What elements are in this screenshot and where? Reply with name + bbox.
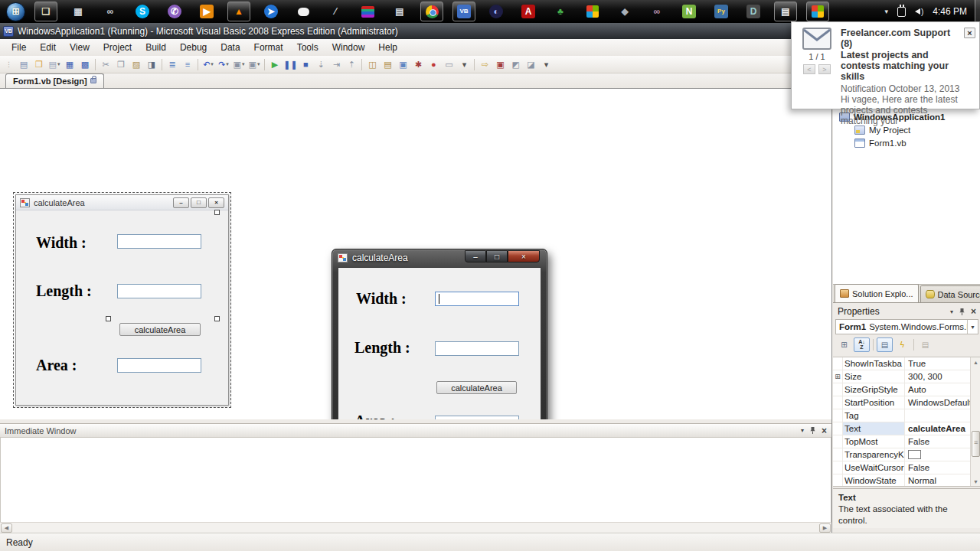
immediate-window-icon[interactable]: ▭ xyxy=(441,57,456,72)
minimize-button[interactable]: – xyxy=(173,197,189,208)
calculatearea-button[interactable]: calculateArea xyxy=(436,381,517,394)
area-textbox[interactable] xyxy=(117,358,201,373)
cube-icon[interactable]: ◆ xyxy=(613,2,636,21)
tools-icon[interactable]: ✱ xyxy=(410,57,426,72)
python-icon[interactable]: Py xyxy=(710,2,733,21)
tab-form1-design[interactable]: Form1.vb [Design] xyxy=(5,73,104,88)
toolbox-icon[interactable]: ▣ xyxy=(395,57,410,72)
start-button[interactable]: ⊞ xyxy=(6,2,25,21)
volume-icon[interactable]: ) xyxy=(915,8,923,16)
save-all-icon[interactable]: ▩ xyxy=(77,57,93,72)
hidden-icons-chevron-icon[interactable]: ▾ xyxy=(884,8,888,15)
length-textbox[interactable] xyxy=(435,341,519,356)
property-value[interactable]: 300, 300 xyxy=(905,370,970,383)
start-debugging-icon[interactable]: ▶ xyxy=(267,57,283,72)
alphabetical-sort-icon[interactable]: A↓Z xyxy=(854,337,870,352)
vertical-scrollbar[interactable]: ▲ ▼ xyxy=(970,357,980,486)
copy-icon[interactable]: ❐ xyxy=(113,57,129,72)
resize-handle-right[interactable] xyxy=(214,210,220,215)
step-over-icon[interactable]: ⇥ xyxy=(328,57,344,72)
menu-project[interactable]: Project xyxy=(96,40,139,55)
chat-bubble-icon[interactable] xyxy=(292,2,315,21)
magic-wand-icon[interactable]: ⁄ xyxy=(324,2,347,21)
notepad-window-icon[interactable]: ▤ xyxy=(774,2,797,21)
tab-solution-explorer[interactable]: Solution Explo... xyxy=(835,284,919,302)
immediate-window-content[interactable] xyxy=(0,438,831,522)
property-value[interactable]: False xyxy=(905,461,970,474)
scroll-up-icon[interactable]: ▲ xyxy=(971,357,980,367)
calculatearea-button[interactable]: calculateArea xyxy=(119,323,201,336)
tab-data-sources[interactable]: Data Sources xyxy=(920,285,980,302)
redo-icon[interactable]: ↷▾ xyxy=(216,57,231,72)
step-out-icon[interactable]: ⇡ xyxy=(344,57,359,72)
notification-title[interactable]: Freelancer.com Support (8) xyxy=(841,28,964,50)
clock[interactable]: 4:46 PM xyxy=(933,6,967,17)
notification-body[interactable]: Notification October 13, 2013 Hi vagee, … xyxy=(841,84,964,127)
open-file-icon[interactable]: ❒ xyxy=(31,57,47,72)
menu-build[interactable]: Build xyxy=(139,40,173,55)
maximize-button[interactable]: □ xyxy=(191,197,207,208)
menu-tools[interactable]: Tools xyxy=(290,40,325,55)
properties-titlebar[interactable]: Properties ▾ × xyxy=(833,305,980,318)
property-row-text[interactable]: TextcalculateArea xyxy=(833,422,970,435)
close-icon[interactable]: × xyxy=(964,28,975,38)
categorized-icon[interactable]: ⊞ xyxy=(836,337,852,352)
notification-subtitle[interactable]: Latest projects and contests matching yo… xyxy=(841,50,964,83)
ms-colors-icon[interactable] xyxy=(581,2,604,21)
scroll-right-icon[interactable]: ▶ xyxy=(819,523,831,533)
navigate-backward-icon[interactable]: ▣▾ xyxy=(231,57,247,72)
breakpoints-window-icon[interactable]: ▣ xyxy=(492,57,508,72)
close-icon[interactable]: × xyxy=(971,306,976,317)
watch-window-icon[interactable]: ◪ xyxy=(523,57,538,72)
vlc-icon[interactable]: ▲ xyxy=(227,2,250,21)
immediate-window-titlebar[interactable]: Immediate Window ▾ × xyxy=(0,423,831,438)
property-row-tag[interactable]: Tag xyxy=(833,409,970,422)
close-button[interactable]: × xyxy=(208,197,224,208)
skype-icon[interactable]: S xyxy=(131,2,154,21)
property-value[interactable]: WindowsDefault xyxy=(905,396,970,409)
window-position-icon[interactable]: ▾ xyxy=(950,308,953,315)
show-desktop-button[interactable] xyxy=(975,0,980,23)
maximize-button[interactable]: □ xyxy=(486,250,508,262)
power-plug-icon[interactable] xyxy=(897,7,906,17)
next-notification-icon[interactable]: > xyxy=(818,64,831,74)
undo-icon[interactable]: ↶▾ xyxy=(201,57,216,72)
width-textbox[interactable] xyxy=(435,292,519,306)
cut-icon[interactable]: ✂ xyxy=(98,57,113,72)
object-selector[interactable]: Form1 System.Windows.Forms.Fo ▼ xyxy=(835,319,978,334)
property-row-usewaitcursor[interactable]: UseWaitCursorFalse xyxy=(833,461,970,474)
paste-icon[interactable]: ▨ xyxy=(129,57,144,72)
vb-window-icon[interactable]: VB xyxy=(452,2,475,21)
error-list-icon[interactable]: ● xyxy=(426,57,441,72)
chrome-icon[interactable] xyxy=(420,2,443,21)
media-player-icon[interactable]: ▶ xyxy=(195,2,218,21)
property-value[interactable]: True xyxy=(905,357,970,370)
events-lightning-icon[interactable]: ϟ xyxy=(894,337,910,352)
property-value[interactable]: Auto xyxy=(905,383,970,396)
scroll-left-icon[interactable]: ◀ xyxy=(1,523,12,533)
property-row-startposition[interactable]: StartPositionWindowsDefault xyxy=(833,396,970,409)
solution-explorer-icon[interactable]: ◫ xyxy=(364,57,380,72)
pin-icon[interactable] xyxy=(959,308,965,316)
property-row-topmost[interactable]: TopMostFalse xyxy=(833,435,970,448)
toolbar-grip[interactable]: ⋮ xyxy=(5,60,13,68)
minimize-button[interactable]: – xyxy=(465,250,486,262)
find-icon[interactable]: ◨ xyxy=(144,57,159,72)
uncomment-icon[interactable]: ≡ xyxy=(180,57,195,72)
break-all-icon[interactable]: ❚❚ xyxy=(283,57,298,72)
adobe-reader-icon[interactable]: A xyxy=(517,2,540,21)
viber-icon[interactable]: ✆ xyxy=(163,2,186,21)
property-row-windowstate[interactable]: WindowStateNormal xyxy=(833,474,970,486)
visual-studio-icon[interactable]: ∞ xyxy=(645,2,668,21)
output-window-icon[interactable]: ◩ xyxy=(508,57,523,72)
properties-view-icon[interactable]: ▤ xyxy=(877,337,893,352)
menu-format[interactable]: Format xyxy=(247,40,290,55)
property-row-size[interactable]: ⊞Size300, 300 xyxy=(833,370,970,383)
toolbar2-overflow-icon[interactable]: ▾ xyxy=(538,57,554,72)
property-row-showintaskba[interactable]: ShowInTaskbaTrue xyxy=(833,357,970,370)
dev-icon[interactable]: D xyxy=(742,2,765,21)
resize-handle-bottom[interactable] xyxy=(106,316,111,321)
menu-edit[interactable]: Edit xyxy=(33,40,63,55)
menu-debug[interactable]: Debug xyxy=(173,40,214,55)
add-item-dropdown-icon[interactable]: ▤▾ xyxy=(47,57,62,72)
